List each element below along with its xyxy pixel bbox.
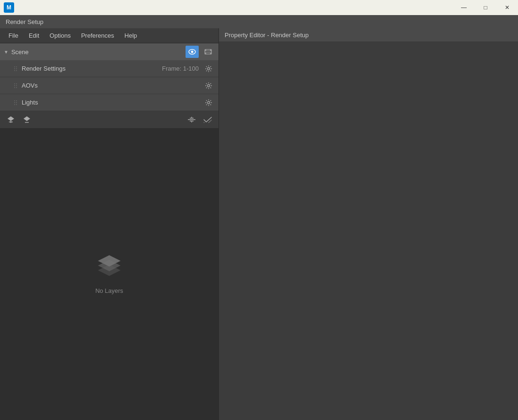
maximize-button[interactable]: □ xyxy=(475,0,496,15)
scene-collapse-arrow: ▼ xyxy=(4,49,8,55)
add-layer-button[interactable] xyxy=(4,113,18,126)
main-window: Render Setup File Edit Options Preferenc… xyxy=(0,15,518,420)
svg-rect-3 xyxy=(205,49,206,51)
no-layers-text: No Layers xyxy=(95,287,123,294)
render-settings-frame: Frame: 1-100 xyxy=(162,65,199,72)
minimize-button[interactable]: — xyxy=(453,0,475,15)
render-settings-row[interactable]: Render Settings Frame: 1-100 xyxy=(0,60,219,77)
remove-layer-button[interactable] xyxy=(20,113,34,126)
left-panel: File Edit Options Preferences Help ▼ Sce… xyxy=(0,28,219,420)
drag-handle-aovs xyxy=(14,83,18,88)
menu-bar: File Edit Options Preferences Help xyxy=(0,28,219,43)
content-area: File Edit Options Preferences Help ▼ Sce… xyxy=(0,28,518,420)
menu-preferences[interactable]: Preferences xyxy=(76,30,119,41)
check-button[interactable] xyxy=(201,113,215,126)
menu-file[interactable]: File xyxy=(4,30,23,41)
scene-film-button[interactable] xyxy=(202,46,215,58)
drag-handle-render xyxy=(14,66,18,71)
menu-options[interactable]: Options xyxy=(45,30,75,41)
drag-handle-lights xyxy=(14,100,18,105)
svg-marker-12 xyxy=(8,116,14,121)
lights-label: Lights xyxy=(22,99,202,106)
scene-label: Scene xyxy=(11,48,183,56)
layers-icon xyxy=(94,254,124,282)
aovs-gear[interactable] xyxy=(202,80,215,92)
lights-row[interactable]: Lights xyxy=(0,94,219,111)
svg-point-9 xyxy=(208,67,210,70)
aovs-row[interactable]: AOVs xyxy=(0,77,219,94)
svg-rect-4 xyxy=(210,49,211,51)
app-logo: M xyxy=(4,2,14,13)
svg-point-1 xyxy=(191,51,194,53)
svg-point-11 xyxy=(208,101,210,104)
layers-empty-area: No Layers xyxy=(0,128,219,420)
menu-edit[interactable]: Edit xyxy=(24,30,44,41)
menu-help[interactable]: Help xyxy=(120,30,142,41)
svg-marker-15 xyxy=(24,116,30,121)
aovs-label: AOVs xyxy=(22,82,202,89)
svg-rect-5 xyxy=(205,53,206,54)
render-settings-label: Render Settings xyxy=(22,65,162,72)
right-panel: Property Editor - Render Setup xyxy=(219,28,518,420)
property-editor-title-bar: Property Editor - Render Setup xyxy=(219,28,518,41)
svg-rect-6 xyxy=(210,53,211,54)
window-title-bar: Render Setup xyxy=(0,15,518,28)
svg-point-10 xyxy=(208,84,210,87)
title-bar: M — □ ✕ xyxy=(0,0,518,15)
window-controls: — □ ✕ xyxy=(453,0,518,15)
property-editor-title: Property Editor - Render Setup xyxy=(225,32,308,39)
render-settings-gear[interactable] xyxy=(202,63,215,75)
window-title: Render Setup xyxy=(6,18,43,25)
scene-eye-button[interactable] xyxy=(186,46,199,58)
close-button[interactable]: ✕ xyxy=(496,0,518,15)
eye-off-button[interactable] xyxy=(185,113,199,126)
layers-toolbar xyxy=(0,111,219,128)
scene-row[interactable]: ▼ Scene xyxy=(0,43,219,60)
lights-gear[interactable] xyxy=(202,97,215,109)
